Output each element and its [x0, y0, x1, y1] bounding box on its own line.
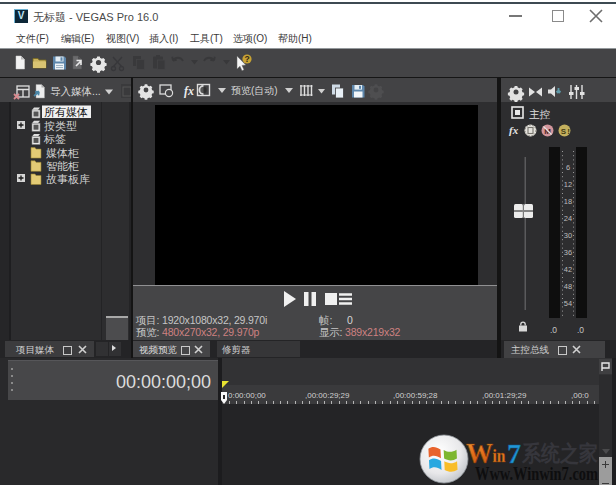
svg-text:42: 42 — [564, 265, 572, 274]
svg-text:.0: .0 — [550, 325, 557, 335]
svg-text:54: 54 — [564, 299, 572, 308]
svg-text:?: ? — [244, 54, 249, 64]
svg-text:所有媒体: 所有媒体 — [44, 106, 88, 118]
svg-text:S: S — [561, 127, 567, 136]
svg-text:标签: 标签 — [43, 133, 66, 145]
svg-text:12: 12 — [564, 180, 572, 189]
svg-text:智能柜: 智能柜 — [46, 160, 79, 172]
svg-text:fx: fx — [509, 124, 519, 136]
svg-text:48: 48 — [564, 282, 572, 291]
svg-text:故事板库: 故事板库 — [46, 173, 90, 185]
svg-text:!: ! — [567, 127, 570, 136]
svg-text:30: 30 — [564, 231, 572, 240]
svg-text:fx: fx — [184, 84, 194, 98]
svg-text:24: 24 — [564, 214, 572, 223]
svg-text:媒体柜: 媒体柜 — [46, 147, 79, 159]
svg-text:36: 36 — [564, 248, 572, 257]
svg-text:导入媒体...: 导入媒体... — [50, 85, 101, 97]
svg-text:6: 6 — [566, 163, 570, 172]
svg-text:按类型: 按类型 — [44, 120, 77, 132]
svg-text:.0: .0 — [577, 325, 584, 335]
svg-text:Www.Winwin7.com: Www.Winwin7.com — [475, 463, 598, 484]
svg-text:18: 18 — [564, 197, 572, 206]
svg-text:主控: 主控 — [529, 108, 551, 120]
svg-text:预览(自动): 预览(自动) — [231, 85, 278, 96]
